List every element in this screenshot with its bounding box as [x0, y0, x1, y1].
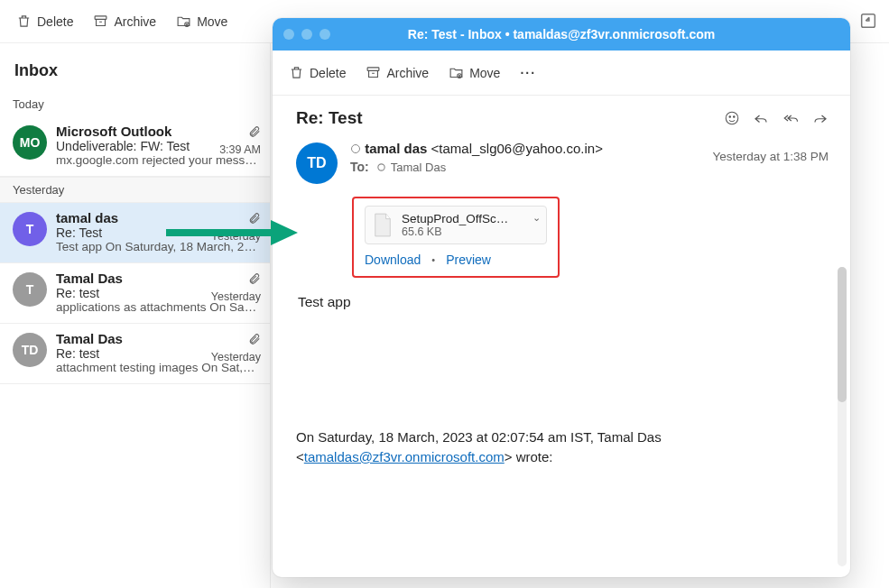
attachment-preview-link[interactable]: Preview [446, 253, 491, 267]
recipient-name: Tamal Das [391, 161, 446, 174]
time: 3:39 AM [219, 143, 261, 156]
quoted-header: On Saturday, 18 March, 2023 at 02:07:54 … [296, 427, 829, 467]
svg-point-8 [729, 116, 731, 118]
scrollbar-track[interactable] [838, 267, 847, 566]
attachment-download-link[interactable]: Download [365, 253, 421, 267]
reading-window: Re: Test - Inbox • tamaldas@zf3vr.onmicr… [273, 18, 850, 577]
attachment-card[interactable]: SetupProd_OffScrub… 65.6 KB ⌄ [365, 206, 547, 244]
scrollbar-thumb[interactable] [838, 267, 847, 402]
message-body: Test app [298, 294, 829, 310]
move-button[interactable]: Move [176, 14, 227, 29]
message-row[interactable]: TD Tamal Das Re: test attachment testing… [0, 324, 270, 384]
reading-move-label: Move [469, 66, 500, 80]
time: Yesterday [211, 351, 261, 363]
attachment-area: SetupProd_OffScrub… 65.6 KB ⌄ Download •… [352, 197, 560, 278]
reading-delete-button[interactable]: Delete [289, 65, 346, 80]
archive-button[interactable]: Archive [93, 14, 156, 29]
archive-icon [366, 65, 381, 80]
traffic-minimize[interactable] [301, 29, 312, 40]
react-icon[interactable] [724, 110, 740, 126]
delete-button[interactable]: Delete [16, 14, 73, 29]
open-in-new-window-icon[interactable] [858, 11, 878, 31]
archive-icon [93, 14, 108, 29]
reading-delete-label: Delete [310, 66, 346, 80]
svg-point-7 [726, 112, 738, 124]
message-subject: Re: Test [296, 108, 363, 128]
time: Yesterday [211, 230, 261, 243]
window-titlebar[interactable]: Re: Test - Inbox • tamaldas@zf3vr.onmicr… [273, 18, 850, 51]
reply-all-icon[interactable] [782, 110, 800, 126]
avatar: TD [13, 333, 47, 367]
forward-icon[interactable] [812, 110, 829, 126]
inbox-pane: Inbox Today MO Microsoft Outlook Undeliv… [0, 43, 271, 588]
from-email: <tamal_slg06@yahoo.co.in> [431, 141, 603, 156]
file-icon [373, 213, 393, 238]
message-row[interactable]: MO Microsoft Outlook Undeliverable: FW: … [0, 116, 270, 177]
time: Yesterday [211, 290, 261, 303]
avatar: T [13, 212, 47, 246]
trash-icon [16, 14, 32, 29]
reading-archive-button[interactable]: Archive [366, 65, 429, 80]
chevron-down-icon[interactable]: ⌄ [532, 212, 541, 224]
attachment-icon [248, 212, 261, 225]
quote-email-link[interactable]: tamaldas@zf3vr.onmicrosoft.com [304, 449, 505, 464]
svg-rect-5 [368, 68, 380, 71]
svg-rect-0 [96, 16, 107, 20]
received-time: Yesterday at 1:38 PM [712, 150, 829, 163]
trash-icon [289, 65, 304, 80]
from-avatar: TD [296, 142, 338, 184]
traffic-zoom[interactable] [319, 29, 330, 40]
archive-label: Archive [114, 14, 156, 29]
attachment-size: 65.6 KB [402, 225, 510, 238]
reading-archive-label: Archive [386, 66, 429, 80]
attachment-icon [248, 272, 261, 285]
avatar: T [13, 272, 47, 307]
message-row[interactable]: T tamal das Re: Test Test app On Saturda… [0, 203, 270, 263]
reading-move-button[interactable]: Move [449, 65, 500, 80]
separator: • [431, 254, 435, 265]
attachment-icon [248, 125, 261, 138]
move-label: Move [197, 14, 227, 29]
from-name: tamal das [365, 141, 427, 156]
more-actions-button[interactable]: ··· [520, 66, 536, 80]
attachment-icon [248, 333, 261, 345]
delete-label: Delete [37, 14, 73, 29]
move-icon [449, 65, 464, 80]
svg-point-9 [734, 116, 736, 118]
svg-point-10 [352, 145, 360, 153]
quote-outro: > wrote: [505, 449, 553, 464]
reply-icon[interactable] [753, 110, 769, 126]
avatar: MO [13, 125, 47, 160]
svg-point-11 [378, 163, 384, 170]
group-label-today: Today [0, 94, 270, 116]
reading-toolbar: Delete Archive Move ··· [273, 51, 850, 96]
to-label: To: [350, 160, 369, 174]
status-icon [350, 143, 361, 154]
inbox-title: Inbox [14, 61, 255, 80]
presence-icon [376, 162, 386, 172]
group-label-yesterday: Yesterday [0, 177, 270, 203]
window-title: Re: Test - Inbox • tamaldas@zf3vr.onmicr… [273, 27, 850, 41]
message-row[interactable]: T Tamal Das Re: test applications as att… [0, 263, 270, 324]
reading-content: Re: Test TD tamal das <tamal_slg06@yahoo… [273, 96, 850, 577]
attachment-name: SetupProd_OffScrub… [402, 212, 510, 225]
traffic-close[interactable] [283, 29, 294, 40]
move-icon [176, 14, 191, 29]
recipient-chip[interactable]: Tamal Das [376, 161, 446, 174]
